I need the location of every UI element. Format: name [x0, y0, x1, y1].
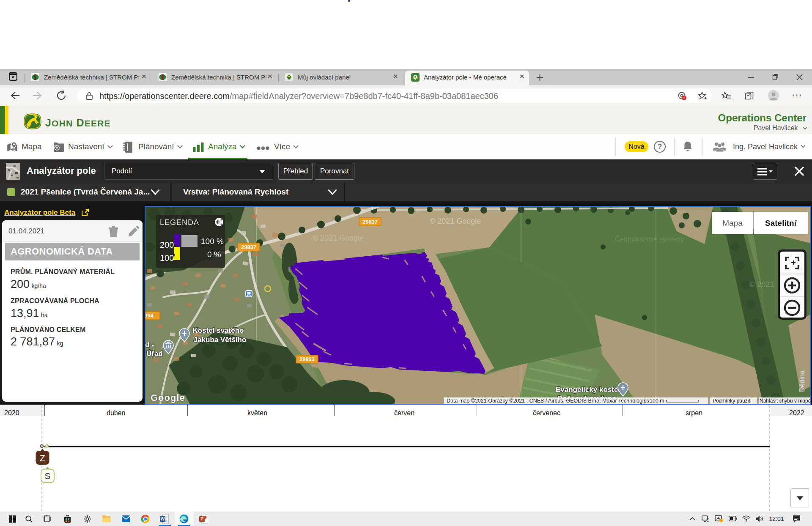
svg-text:100 m: 100 m	[650, 398, 664, 404]
svg-text:094: 094	[145, 312, 154, 319]
svg-text:ezd -: ezd -	[145, 341, 154, 349]
svg-text:Mapa: Mapa	[722, 219, 743, 227]
svg-text:P: P	[200, 517, 203, 521]
svg-text:29837: 29837	[241, 244, 256, 250]
svg-text:S: S	[44, 471, 50, 481]
svg-text:Čerpobrazové systémy: Čerpobrazové systémy	[615, 235, 684, 243]
svg-text:© 2021 Google: © 2021 Google	[313, 234, 364, 242]
svg-text:29837: 29837	[362, 219, 378, 225]
svg-text:W: W	[161, 517, 165, 521]
svg-text:Satelitní: Satelitní	[765, 219, 797, 227]
svg-text:100 %: 100 %	[201, 237, 224, 246]
svg-text:200: 200	[160, 240, 174, 249]
svg-text:0 %: 0 %	[207, 250, 221, 259]
svg-text:© 2021 Google: © 2021 Google	[430, 217, 481, 225]
svg-text:Dědina: Dědina	[798, 370, 806, 392]
svg-text:Google: Google	[151, 392, 185, 403]
svg-text:Jakuba Většího: Jakuba Většího	[194, 336, 247, 344]
svg-text:© 2021: © 2021	[749, 280, 774, 289]
svg-text:Kostel svatého: Kostel svatého	[193, 326, 244, 334]
svg-text:100: 100	[160, 253, 174, 263]
svg-text:Data map ©2021 Obrázky ©2021 ,: Data map ©2021 Obrázky ©2021 , CNES / Ai…	[447, 398, 649, 404]
svg-text:Nahlásit chybu v mapě: Nahlásit chybu v mapě	[760, 398, 810, 404]
svg-text:29833: 29833	[299, 356, 315, 362]
svg-text:LEGENDA: LEGENDA	[160, 218, 199, 227]
svg-text:Z: Z	[40, 453, 45, 463]
svg-text:Úřad: Úřad	[146, 350, 163, 358]
svg-text:Evangelický kostel: Evangelický kostel	[556, 386, 620, 394]
svg-text:Podmínky použití: Podmínky použití	[713, 398, 752, 404]
